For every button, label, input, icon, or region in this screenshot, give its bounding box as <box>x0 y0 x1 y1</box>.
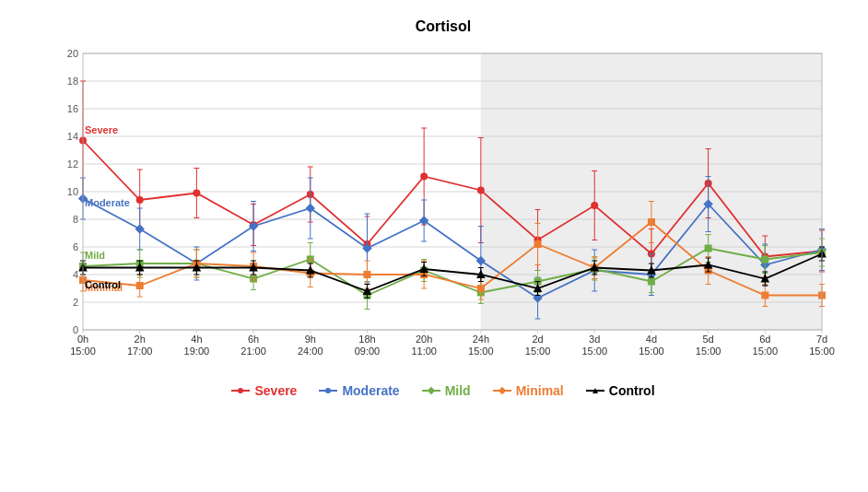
svg-point-1 <box>238 388 243 393</box>
legend-marker-control <box>586 383 604 398</box>
legend-label-minimal: Minimal <box>516 383 564 398</box>
main-chart-canvas <box>46 44 840 376</box>
legend-item-mild: Mild <box>422 383 471 398</box>
legend-label-control: Control <box>609 383 655 398</box>
legend-label-severe: Severe <box>254 383 297 398</box>
chart-area <box>46 44 840 376</box>
svg-rect-7 <box>498 387 505 394</box>
legend-marker-mild <box>422 383 440 398</box>
legend: SevereModerateMildMinimalControl <box>46 383 840 398</box>
legend-item-severe: Severe <box>231 383 297 398</box>
legend-label-moderate: Moderate <box>342 383 399 398</box>
legend-item-moderate: Moderate <box>319 383 399 398</box>
svg-rect-5 <box>427 387 434 394</box>
legend-label-mild: Mild <box>445 383 471 398</box>
legend-marker-minimal <box>493 383 511 398</box>
chart-container: Cortisol SevereModerateMildMinimalContro… <box>0 0 868 492</box>
legend-item-control: Control <box>586 383 655 398</box>
svg-point-3 <box>325 388 331 393</box>
legend-marker-moderate <box>319 383 337 398</box>
chart-title: Cortisol <box>46 18 840 35</box>
legend-item-minimal: Minimal <box>493 383 564 398</box>
legend-marker-severe <box>231 383 250 398</box>
